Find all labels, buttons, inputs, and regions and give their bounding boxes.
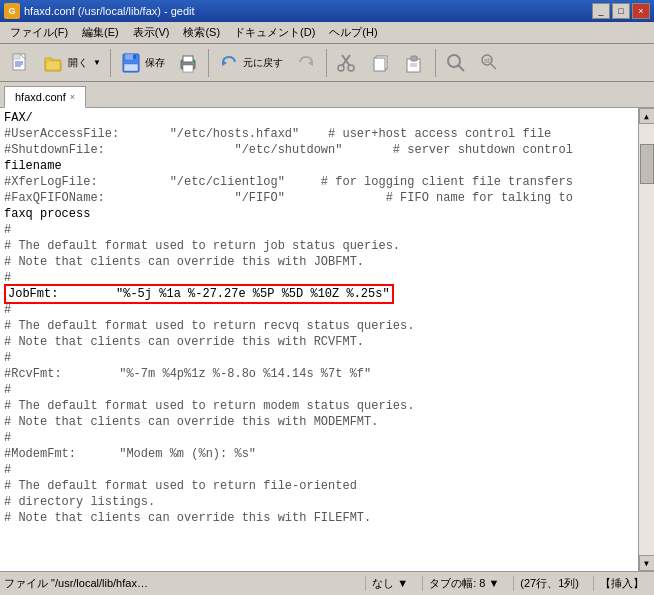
open-dropdown-icon[interactable]: ▼ [93, 58, 101, 67]
copy-button[interactable] [365, 47, 397, 79]
toolbar-sep-2 [208, 49, 209, 77]
undo-icon [218, 52, 240, 74]
menu-view[interactable]: 表示(V) [127, 23, 176, 42]
tab-bar: hfaxd.conf × [0, 82, 654, 108]
menu-edit[interactable]: 編集(E) [76, 23, 125, 42]
print-icon [177, 52, 199, 74]
line-5: #XferLogFile: "/etc/clientlog" # for log… [4, 174, 634, 190]
svg-line-31 [491, 64, 496, 69]
save-button[interactable]: 保存 [115, 47, 170, 79]
line-17: #RcvFmt: "%-7m %4p%1z %-8.8o %14.14s %7t… [4, 366, 634, 382]
paste-icon [404, 52, 426, 74]
find-icon [445, 52, 467, 74]
paste-button[interactable] [399, 47, 431, 79]
tab-close-button[interactable]: × [70, 92, 75, 102]
svg-marker-16 [222, 60, 227, 66]
find-button[interactable] [440, 47, 472, 79]
copy-icon [370, 52, 392, 74]
line-20: # Note that clients can override this wi… [4, 414, 634, 430]
replace-icon: ab [479, 52, 501, 74]
line-7: faxq process [4, 206, 634, 222]
app-icon: G [4, 3, 20, 19]
undo-label: 元に戻す [243, 56, 283, 70]
save-icon [120, 52, 142, 74]
replace-button[interactable]: ab [474, 47, 506, 79]
svg-rect-7 [46, 61, 60, 70]
minimize-button[interactable]: _ [592, 3, 610, 19]
menu-bar: ファイル(F) 編集(E) 表示(V) 検索(S) ドキュメント(D) ヘルプ(… [0, 22, 654, 44]
line-9: # The default format used to return job … [4, 238, 634, 254]
title-bar-left: G hfaxd.conf (/usr/local/lib/fax) - gedi… [4, 3, 195, 19]
highlighted-jobfmt: JobFmt: "%-5j %1a %-27.27e %5P %5D %10Z … [4, 284, 394, 304]
menu-help[interactable]: ヘルプ(H) [323, 23, 383, 42]
line-18: # [4, 382, 634, 398]
line-15: # Note that clients can override this wi… [4, 334, 634, 350]
svg-rect-25 [411, 56, 417, 61]
toolbar-sep-1 [110, 49, 111, 77]
line-21: # [4, 430, 634, 446]
window-title: hfaxd.conf (/usr/local/lib/fax) - gedit [24, 5, 195, 17]
redo-icon [295, 52, 317, 74]
status-cursor-position: (27行、1列) [513, 576, 585, 591]
window-controls[interactable]: _ □ × [592, 3, 650, 19]
line-3: #ShutdownFile: "/etc/shutdown" # server … [4, 142, 634, 158]
line-2: #UserAccessFile: "/etc/hosts.hfaxd" # us… [4, 126, 634, 142]
menu-file[interactable]: ファイル(F) [4, 23, 74, 42]
svg-rect-10 [124, 64, 138, 71]
vertical-scrollbar[interactable]: ▲ ▼ [638, 108, 654, 571]
menu-document[interactable]: ドキュメント(D) [228, 23, 321, 42]
line-24: # The default format used to return file… [4, 478, 634, 494]
toolbar: 開く ▼ 保存 [0, 44, 654, 82]
toolbar-sep-3 [326, 49, 327, 77]
line-25: # directory listings. [4, 494, 634, 510]
svg-marker-17 [308, 60, 313, 66]
svg-point-20 [338, 65, 344, 71]
editor-content[interactable]: FAX/#UserAccessFile: "/etc/hosts.hfaxd" … [0, 108, 638, 571]
line-6: #FaxQFIFOName: "/FIFO" # FIFO name for t… [4, 190, 634, 206]
status-file-path: ファイル "/usr/local/lib/hfax… [4, 576, 357, 591]
close-button[interactable]: × [632, 3, 650, 19]
svg-rect-14 [183, 65, 193, 72]
svg-text:ab: ab [484, 57, 492, 64]
line-8: # [4, 222, 634, 238]
line-14: # The default format used to return recv… [4, 318, 634, 334]
svg-rect-9 [125, 54, 134, 60]
editor-container: FAX/#UserAccessFile: "/etc/hosts.hfaxd" … [0, 108, 654, 571]
svg-rect-13 [183, 56, 193, 62]
open-icon [43, 52, 65, 74]
line-12: JobFmt: "%-5j %1a %-27.27e %5P %5D %10Z … [4, 286, 634, 302]
scroll-track[interactable] [639, 124, 654, 555]
new-icon [9, 52, 31, 74]
status-insert-mode: 【挿入】 [593, 576, 650, 591]
maximize-button[interactable]: □ [612, 3, 630, 19]
line-19: # The default format used to return mode… [4, 398, 634, 414]
line-4: filename [4, 158, 634, 174]
line-13: # [4, 302, 634, 318]
svg-rect-23 [374, 58, 385, 71]
cut-button[interactable] [331, 47, 363, 79]
svg-line-29 [458, 65, 464, 71]
svg-rect-11 [133, 55, 136, 59]
svg-point-15 [192, 62, 194, 64]
status-encoding[interactable]: なし ▼ [365, 576, 414, 591]
redo-button[interactable] [290, 47, 322, 79]
title-bar: G hfaxd.conf (/usr/local/lib/fax) - gedi… [0, 0, 654, 22]
line-26: # Note that clients can override this wi… [4, 510, 634, 526]
scroll-down-button[interactable]: ▼ [639, 555, 655, 571]
scroll-thumb[interactable] [640, 144, 654, 184]
svg-rect-1 [13, 54, 20, 59]
print-button[interactable] [172, 47, 204, 79]
undo-button[interactable]: 元に戻す [213, 47, 288, 79]
menu-search[interactable]: 検索(S) [177, 23, 226, 42]
editor[interactable]: FAX/#UserAccessFile: "/etc/hosts.hfaxd" … [0, 108, 654, 571]
new-button[interactable] [4, 47, 36, 79]
save-label: 保存 [145, 56, 165, 70]
status-tab-width[interactable]: タブの幅: 8 ▼ [422, 576, 505, 591]
line-1: FAX/ [4, 110, 634, 126]
open-button[interactable]: 開く ▼ [38, 47, 106, 79]
toolbar-sep-4 [435, 49, 436, 77]
tab-hfaxd-conf[interactable]: hfaxd.conf × [4, 86, 86, 108]
scroll-up-button[interactable]: ▲ [639, 108, 655, 124]
line-23: # [4, 462, 634, 478]
svg-point-21 [348, 65, 354, 71]
